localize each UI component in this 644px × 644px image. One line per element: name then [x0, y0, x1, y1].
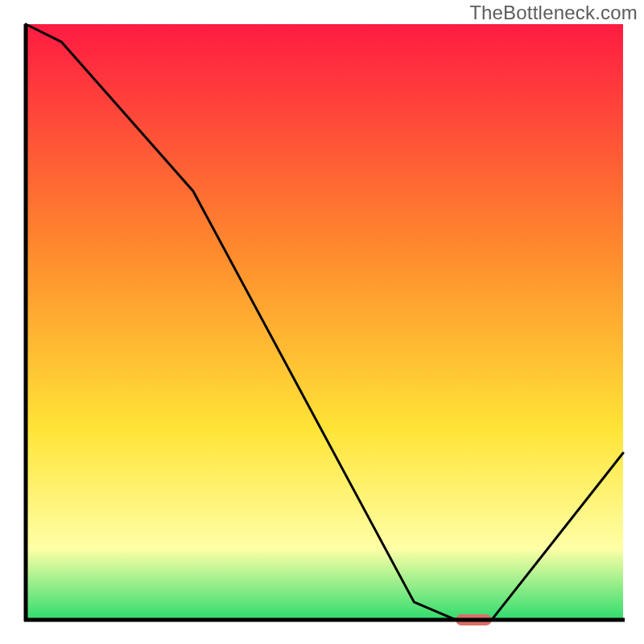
chart-container: TheBottleneck.com	[0, 0, 644, 644]
plot-area	[26, 24, 623, 625]
gradient-background	[26, 24, 623, 620]
bottleneck-chart	[0, 0, 644, 644]
watermark-text: TheBottleneck.com	[469, 2, 638, 24]
